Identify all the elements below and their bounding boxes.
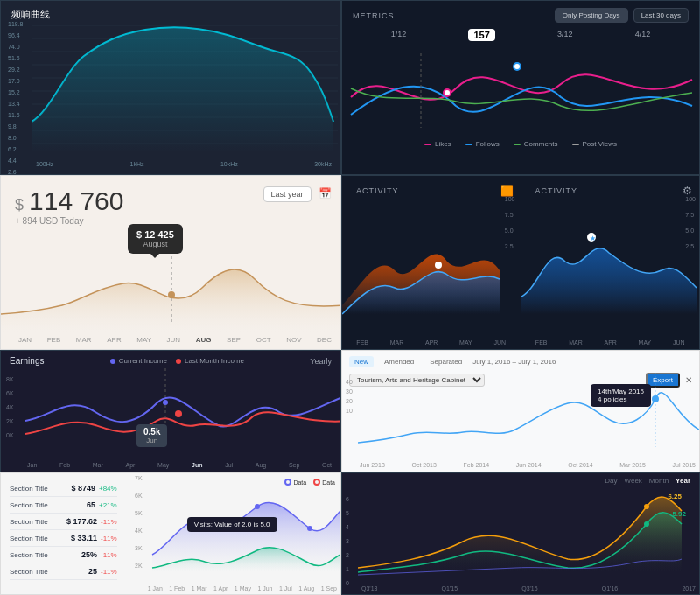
earnings-tooltip-label: Jun xyxy=(144,437,160,444)
stat-row-5: Section Title 25% -11% xyxy=(10,547,117,564)
currency-symbol: $ xyxy=(15,196,24,214)
activity-right-title: ACTIVITY xyxy=(528,181,585,200)
svg-text:3K: 3K xyxy=(135,545,143,551)
legend-follows: Follows xyxy=(466,140,500,148)
stat-row-1: Section Title $ 8749 +84% xyxy=(10,480,117,497)
p1-xaxis: 100Hz 1kHz 10kHz 30kHz xyxy=(36,161,332,167)
p8-val-label: 5.92 xyxy=(672,510,686,518)
svg-text:4K: 4K xyxy=(135,528,143,534)
p5-yaxis: 8K 6K 4K 2K 0K xyxy=(6,373,14,443)
p8-xaxis: Q3'13 Q1'15 Q3'15 Q1'16 2017 xyxy=(361,585,696,592)
metrics-controls: Only Posting Days Last 30 days xyxy=(555,8,689,23)
frequency-svg xyxy=(32,17,341,170)
p8-chart-area: 6.25 5.92 6 5 4 3 2 1 0 xyxy=(342,488,699,594)
current-income-dot xyxy=(110,359,116,364)
activity-left: ACTIVITY 🟧 100 7.5 5.0 2.5 xyxy=(342,176,522,349)
tooltip-label: August xyxy=(136,240,174,248)
current-income-legend: Current Income xyxy=(110,357,167,365)
p3-months: JAN FEB MAR APR MAY JUN AUG SEP OCT NOV … xyxy=(18,336,332,344)
revenue-panel: $ 114 760 + 894 USD Today Last year 📅 $ … xyxy=(0,175,341,350)
svg-text:★: ★ xyxy=(590,234,596,242)
last-30-days-btn[interactable]: Last 30 days xyxy=(634,8,689,23)
activity-left-xaxis: FEB MAR APR MAY JUN xyxy=(346,340,517,346)
earnings-legend: Current Income Last Month Income xyxy=(110,357,244,365)
svg-text:6K: 6K xyxy=(135,493,143,499)
tourism-panel: New Amended Separated July 1, 2016 – Jul… xyxy=(341,350,700,472)
svg-point-15 xyxy=(435,262,442,269)
svg-point-30 xyxy=(255,504,260,509)
tab-new[interactable]: New xyxy=(349,356,374,368)
p6-yaxis: 40 30 20 10 xyxy=(346,377,353,416)
last-month-legend: Last Month Income xyxy=(176,357,244,365)
p7-xaxis: 1 Jan 1 Feb 1 Mar 1 Apr 1 May 1 Jun 1 Ju… xyxy=(148,585,337,592)
earnings-tooltip-value: 0.5k xyxy=(144,427,160,437)
year-chart-svg xyxy=(358,480,700,581)
p8-yaxis: 6 5 4 3 2 1 0 xyxy=(346,493,349,591)
earnings-svg xyxy=(25,368,341,456)
tooltip-amount: $ 12 425 xyxy=(136,229,174,240)
p7-chart-tooltip: Visits: Value of 2.0 is 5.0 xyxy=(187,517,277,532)
activity-panel: ACTIVITY 🟧 100 7.5 5.0 2.5 xyxy=(341,175,700,350)
activity-right: ACTIVITY ⚙ 100 7.5 5.0 2.5 ★ FEB MAR xyxy=(522,176,700,349)
activity-right-xaxis: FEB MAR APR MAY JUN xyxy=(525,340,696,346)
tourism-tooltip: 14th/May 2015 4 policies xyxy=(591,384,651,407)
activity-left-svg xyxy=(342,200,517,332)
posting-days-btn[interactable]: Only Posting Days xyxy=(555,8,628,23)
svg-text:7K: 7K xyxy=(135,475,143,481)
p1-yaxis: 118.8 96.4 74.0 51.6 29.2 17.0 15.2 13.4… xyxy=(8,18,24,175)
calendar-icon[interactable]: 📅 xyxy=(318,187,332,200)
p7-middle-chart: Data Data Visits: Value of 2.0 is 5.0 7K… xyxy=(126,473,340,594)
frequency-curve-panel: 频响曲线 118.8 96.4 74.0 51.6 29.2 17.0 15.2… xyxy=(0,0,341,175)
stat-row-3: Section Title $ 177.62 -11% xyxy=(10,514,117,530)
earnings-title: Earnings xyxy=(10,356,44,366)
date-range: July 1, 2016 – July 1, 2016 xyxy=(472,358,556,366)
metrics-tooltip: 157 xyxy=(468,29,494,41)
svg-text:5K: 5K xyxy=(135,510,143,516)
svg-point-32 xyxy=(644,504,649,509)
svg-point-14 xyxy=(168,291,175,298)
legend-post-views: Post Views xyxy=(572,140,617,148)
tab-separated[interactable]: Separated xyxy=(424,356,467,368)
svg-point-33 xyxy=(644,522,649,527)
stats-panel: Section Title $ 8749 +84% Section Title … xyxy=(0,472,341,595)
revenue-tooltip: $ 12 425 August xyxy=(128,224,183,254)
stat-row-6: Section Title 25 -11% xyxy=(10,564,117,580)
svg-point-10 xyxy=(444,89,451,96)
stats-list: Section Title $ 8749 +84% Section Title … xyxy=(1,473,126,594)
metrics-header: METRICS Only Posting Days Last 30 days xyxy=(342,1,699,30)
earnings-period[interactable]: Yearly xyxy=(310,357,332,366)
stat-row-2: Section Title 65 +21% xyxy=(10,497,117,514)
year-chart-panel: Day Week Month Year 6.25 5.92 6 5 4 3 2 … xyxy=(341,472,700,595)
svg-point-18 xyxy=(175,410,182,417)
svg-text:2K: 2K xyxy=(135,563,143,569)
activity-left-title: ACTIVITY xyxy=(349,181,406,200)
p2-dates: 1/12 157 3/12 4/12 xyxy=(342,30,699,40)
tab-amended[interactable]: Amended xyxy=(379,356,419,368)
legend-likes: Likes xyxy=(424,140,452,148)
p8-max-label: 6.25 xyxy=(668,493,682,500)
earnings-tooltip: 0.5k Jun xyxy=(136,424,167,447)
metrics-legend: Likes Follows Comments Post Views xyxy=(342,136,699,151)
metrics-label: METRICS xyxy=(353,11,395,20)
activity-right-svg: ★ xyxy=(522,200,700,332)
period-btn[interactable]: Last year xyxy=(263,186,312,202)
revenue-controls: Last year 📅 xyxy=(263,185,332,202)
stat-row-4: Section Title $ 33.11 -11% xyxy=(10,530,117,547)
revenue-amount: 114 760 xyxy=(29,186,123,216)
tooltip-policies: 4 policies xyxy=(598,396,644,403)
svg-point-31 xyxy=(307,526,312,531)
svg-point-11 xyxy=(514,63,521,70)
tooltip-arrow xyxy=(150,254,159,258)
svg-point-20 xyxy=(163,400,168,405)
metrics-panel: METRICS Only Posting Days Last 30 days 1… xyxy=(341,0,700,175)
metrics-svg xyxy=(342,45,700,136)
p5-xaxis: Jan Feb Mar Apr May Jun Jul Aug Sep Oct xyxy=(27,462,332,468)
last-month-dot xyxy=(176,359,181,364)
earnings-panel: Earnings Current Income Last Month Incom… xyxy=(0,350,341,472)
p6-xaxis: Jun 2013 Oct 2013 Feb 2014 Jun 2014 Oct … xyxy=(360,462,696,468)
tooltip-date: 14th/May 2015 xyxy=(598,388,644,396)
legend-comments: Comments xyxy=(514,140,558,148)
